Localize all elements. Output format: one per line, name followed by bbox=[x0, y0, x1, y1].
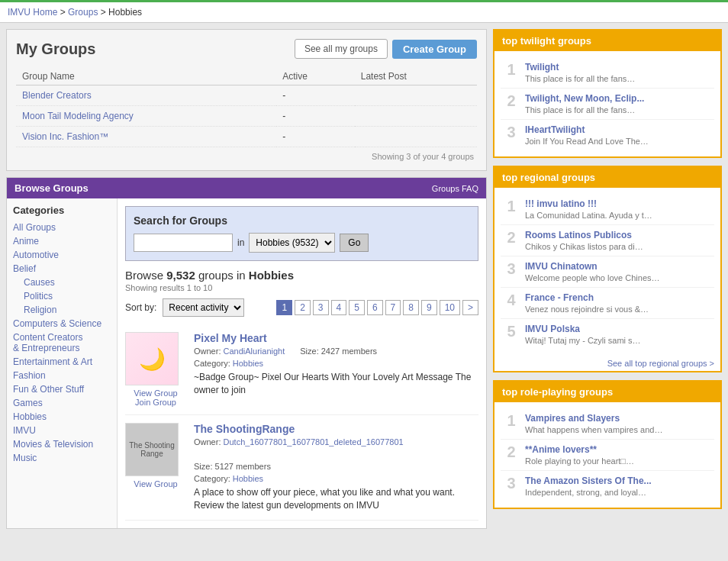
category-link[interactable]: Belief bbox=[13, 263, 36, 274]
sidebar-item-text: **Anime lovers** Role playing to your he… bbox=[525, 444, 634, 466]
rank-number: 1 bbox=[504, 198, 519, 214]
rank-number: 3 bbox=[504, 476, 519, 491]
sidebar-group-desc: This place is for all the fans… bbox=[525, 74, 635, 83]
group-item: 🌙 View Group Join Group Pixel My Heart O… bbox=[125, 324, 478, 415]
sidebar-item-text: The Amazon Sisters Of The... Independent… bbox=[525, 476, 652, 497]
category-link[interactable]: Fun & Other Stuff bbox=[13, 384, 84, 395]
see-all-regional-link[interactable]: See all top regional groups > bbox=[607, 359, 714, 368]
category-link[interactable]: Automotive bbox=[13, 250, 59, 260]
category-link[interactable]: Politics bbox=[24, 291, 53, 301]
category-link[interactable]: Computers & Science bbox=[13, 318, 101, 329]
col-group-name: Group Name bbox=[16, 68, 276, 85]
group-link[interactable]: Moon Tail Modeling Agency bbox=[22, 111, 134, 121]
pagination-page[interactable]: 2 bbox=[295, 300, 311, 315]
group-link[interactable]: Blender Creators bbox=[22, 90, 92, 101]
pagination-page[interactable]: 4 bbox=[331, 300, 347, 315]
create-group-button[interactable]: Create Group bbox=[392, 40, 477, 59]
regional-header: top regional groups bbox=[494, 167, 720, 188]
roleplaying-groups-box: top role-playing groups 1 Vampires and S… bbox=[493, 380, 722, 509]
group-thumb-col: The Shooting Range View Group bbox=[125, 423, 186, 512]
group-owner: Owner: CandiAlurianight bbox=[194, 347, 285, 356]
pagination-page[interactable]: 9 bbox=[421, 300, 437, 315]
category-link[interactable]: Anime bbox=[13, 236, 39, 247]
breadcrumb-home[interactable]: IMVU Home bbox=[8, 7, 57, 18]
category-link[interactable]: IMVU bbox=[13, 425, 36, 436]
search-results-panel: Search for Groups in Hobbies (9532) Go B… bbox=[118, 198, 486, 528]
col-active: Active bbox=[276, 68, 355, 85]
sidebar-item: 2 Rooms Latinos Publicos Chikos y Chikas… bbox=[501, 225, 714, 256]
sidebar-group-link[interactable]: **Anime lovers** bbox=[525, 444, 597, 455]
join-group-link[interactable]: Join Group bbox=[125, 398, 186, 407]
sidebar-group-link[interactable]: The Amazon Sisters Of The... bbox=[525, 476, 652, 486]
pagination-page[interactable]: 10 bbox=[440, 300, 460, 315]
sidebar-item: 5 IMVU Polska Witaj! Tutaj my - Czyli sa… bbox=[501, 319, 714, 350]
pagination-page[interactable]: 3 bbox=[313, 300, 329, 315]
category-link[interactable]: Causes bbox=[24, 277, 55, 288]
group-thumbnail: 🌙 bbox=[125, 332, 179, 385]
category-link[interactable]: All Groups bbox=[13, 222, 56, 233]
category-link[interactable]: Fashion bbox=[13, 370, 46, 381]
roleplaying-header: top role-playing groups bbox=[494, 382, 720, 402]
category-link[interactable]: Religion bbox=[24, 305, 56, 315]
category-link[interactable]: Movies & Television bbox=[13, 439, 93, 450]
sort-select[interactable]: Recent activity bbox=[163, 298, 244, 317]
sidebar-group-link[interactable]: Rooms Latinos Publicos bbox=[525, 230, 632, 240]
pagination-page[interactable]: 5 bbox=[349, 300, 365, 315]
search-input[interactable] bbox=[134, 234, 233, 252]
breadcrumb-groups[interactable]: Groups bbox=[68, 7, 98, 18]
group-info: Pixel My Heart Owner: CandiAlurianight S… bbox=[194, 332, 478, 407]
owner-link[interactable]: CandiAlurianight bbox=[224, 347, 285, 356]
group-link[interactable]: Vision Inc. Fashion™ bbox=[22, 131, 108, 142]
view-group-link[interactable]: View Group bbox=[125, 389, 186, 398]
roleplaying-list: 1 Vampires and Slayers What happens when… bbox=[494, 402, 720, 508]
category-select[interactable]: Hobbies (9532) bbox=[249, 233, 335, 253]
rank-number: 4 bbox=[504, 292, 519, 308]
group-name-link[interactable]: The ShootingRange bbox=[194, 423, 295, 435]
search-go-button[interactable]: Go bbox=[340, 234, 369, 252]
sidebar-item-text: Vampires and Slayers What happens when v… bbox=[525, 413, 662, 434]
see-all-regional: See all top regional groups > bbox=[494, 356, 720, 371]
category-link[interactable]: Content Creators & Entrepreneurs bbox=[13, 332, 82, 353]
sidebar-group-link[interactable]: IMVU Chinatown bbox=[525, 261, 598, 272]
view-group-link[interactable]: View Group bbox=[125, 479, 186, 488]
group-category: Category: Hobbies bbox=[194, 359, 263, 368]
see-all-button[interactable]: See all my groups bbox=[295, 39, 388, 59]
pagination-page[interactable]: 6 bbox=[367, 300, 383, 315]
owner-link[interactable]: Dutch_16077801_16077801_deleted_16077801 bbox=[224, 437, 404, 447]
group-thumbnail: The Shooting Range bbox=[125, 423, 179, 476]
sidebar-group-link[interactable]: IHeartTwilight bbox=[525, 124, 585, 135]
rank-number: 3 bbox=[504, 261, 519, 276]
category-link[interactable]: Hobbies bbox=[13, 411, 47, 422]
search-box-title: Search for Groups bbox=[134, 214, 470, 227]
pagination-page[interactable]: 7 bbox=[385, 300, 401, 315]
search-box: Search for Groups in Hobbies (9532) Go bbox=[125, 206, 478, 261]
group-item: The Shooting Range View Group The Shooti… bbox=[125, 415, 478, 521]
category-link[interactable]: Games bbox=[13, 398, 43, 408]
browse-title-label: Browse Groups bbox=[14, 182, 89, 194]
category-link[interactable]: Hobbies bbox=[233, 359, 263, 368]
list-item: Automotive bbox=[13, 248, 111, 262]
pagination-page[interactable]: 8 bbox=[403, 300, 419, 315]
sidebar-group-link[interactable]: Vampires and Slayers bbox=[525, 413, 620, 424]
sidebar-item-text: Rooms Latinos Publicos Chikos y Chikas l… bbox=[525, 230, 643, 251]
twilight-groups-box: top twilight groups 1 Twilight This plac… bbox=[493, 29, 722, 158]
category-link[interactable]: Music bbox=[13, 453, 37, 463]
group-name-link[interactable]: Pixel My Heart bbox=[194, 332, 267, 344]
sidebar-group-link[interactable]: France - French bbox=[525, 292, 594, 303]
breadcrumb-current: Hobbies bbox=[108, 7, 142, 18]
sidebar-group-link[interactable]: IMVU Polska bbox=[525, 324, 580, 334]
right-column: top twilight groups 1 Twilight This plac… bbox=[493, 29, 722, 529]
pagination: 12345678910> bbox=[276, 300, 478, 315]
search-in-label: in bbox=[237, 237, 244, 248]
table-row: Vision Inc. Fashion™- bbox=[16, 127, 477, 147]
sidebar-group-link[interactable]: !!! imvu latino !!! bbox=[525, 198, 597, 209]
list-item: Fun & Other Stuff bbox=[13, 382, 111, 396]
pagination-next[interactable]: > bbox=[462, 300, 478, 315]
category-link[interactable]: Entertainment & Art bbox=[13, 356, 92, 367]
browse-groups-box: Browse Groups Groups FAQ Categories All … bbox=[6, 177, 487, 529]
sidebar-group-link[interactable]: Twilight, New Moon, Eclip... bbox=[525, 93, 644, 104]
groups-faq-link[interactable]: Groups FAQ bbox=[432, 184, 478, 193]
category-link[interactable]: Hobbies bbox=[233, 474, 263, 483]
pagination-page[interactable]: 1 bbox=[276, 300, 292, 315]
sidebar-group-link[interactable]: Twilight bbox=[525, 62, 559, 73]
